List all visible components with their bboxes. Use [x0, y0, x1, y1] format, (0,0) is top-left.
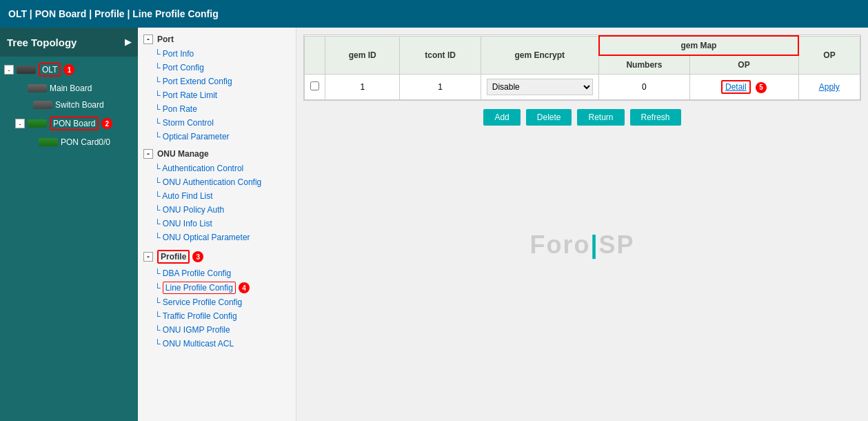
watermark-pipe: |	[590, 231, 598, 259]
gem-table: gem ID tcont ID gem Encrypt gem Map OP N…	[304, 35, 860, 100]
sidebar-content: - OLT 1 Main Board Switch	[0, 57, 138, 421]
pon-card-label: PON Card0/0	[61, 137, 110, 147]
return-button[interactable]: Return	[577, 109, 624, 126]
profile-section-label: Profile	[157, 250, 190, 264]
port-expand-icon[interactable]: -	[143, 35, 153, 44]
button-row: Add Delete Return Refresh	[303, 101, 861, 134]
tree-item-olt: - OLT 1	[0, 59, 138, 80]
apply-link[interactable]: Apply	[819, 82, 840, 92]
tree-item-pon-card: PON Card0/0	[0, 134, 138, 150]
olt-icon	[17, 66, 36, 74]
add-button[interactable]: Add	[483, 109, 520, 126]
row-numbers: 0	[599, 75, 689, 100]
header-tcont-id: tcont ID	[400, 36, 481, 75]
tree-node-pon-board[interactable]: - PON Board 2	[11, 115, 138, 133]
profile-expand-icon[interactable]: -	[143, 252, 153, 262]
nav-section-port: - Port └ Port Info └ Port Config └ Port …	[138, 32, 296, 144]
switch-board-label: Switch Board	[55, 100, 104, 110]
nav-item-port-info[interactable]: └ Port Info	[138, 47, 296, 61]
expand-pon-board[interactable]: -	[15, 119, 25, 128]
table-container: gem ID tcont ID gem Encrypt gem Map OP N…	[303, 35, 861, 101]
watermark-text-before: Foro	[529, 231, 590, 259]
sidebar-title-text: Tree Topology	[7, 37, 77, 48]
nav-section-profile: - Profile 3 └ DBA Profile Config └ Line …	[138, 247, 296, 351]
nav-item-auto-find-list[interactable]: └ Auto Find List	[138, 189, 296, 203]
tree-node-pon-card[interactable]: PON Card0/0	[22, 135, 138, 149]
nav-item-traffic-profile-config[interactable]: └ Traffic Profile Config	[138, 309, 296, 323]
row-gem-id: 1	[325, 75, 400, 100]
detail-link[interactable]: Detail	[721, 80, 751, 94]
nav-item-onu-multicast-acl[interactable]: └ ONU Multicast ACL	[138, 337, 296, 351]
row-gem-encrypt: Disable Enable	[481, 75, 599, 100]
watermark: Foro|SP	[529, 231, 634, 260]
gem-encrypt-select[interactable]: Disable Enable	[487, 79, 594, 95]
nav-item-optical-parameter[interactable]: └ Optical Parameter	[138, 130, 296, 144]
nav-item-onu-auth-config[interactable]: └ ONU Authentication Config	[138, 175, 296, 189]
nav-item-onu-optical-parameter[interactable]: └ ONU Optical Parameter	[138, 231, 296, 244]
row-op-detail: Detail 5	[689, 75, 798, 100]
nav-item-onu-igmp-profile[interactable]: └ ONU IGMP Profile	[138, 323, 296, 337]
profile-badge: 3	[192, 251, 203, 262]
port-section-label: Port	[157, 35, 174, 44]
content-area: gem ID tcont ID gem Encrypt gem Map OP N…	[296, 28, 868, 421]
tree-item-switch-board: Switch Board	[0, 97, 138, 113]
header-op-sub: OP	[689, 55, 798, 75]
sidebar: Tree Topology ▶ - OLT 1 Main Board	[0, 28, 138, 421]
tree-node-main-board[interactable]: Main Board	[11, 81, 138, 95]
switch-board-icon	[33, 101, 52, 109]
detail-badge: 5	[756, 82, 767, 93]
sidebar-title: Tree Topology ▶	[0, 28, 138, 57]
nav-section-port-header[interactable]: - Port	[138, 32, 296, 47]
delete-button[interactable]: Delete	[526, 109, 572, 126]
nav-section-profile-header[interactable]: - Profile 3	[138, 247, 296, 266]
refresh-button[interactable]: Refresh	[630, 109, 681, 126]
nav-item-service-profile-config[interactable]: └ Service Profile Config	[138, 295, 296, 309]
nav-item-pon-rate[interactable]: └ Pon Rate	[138, 102, 296, 116]
row-op-apply: Apply	[798, 75, 860, 100]
row-checkbox[interactable]	[310, 81, 319, 90]
nav-item-line-profile-config[interactable]: └ Line Profile Config4	[138, 280, 296, 295]
header-gem-encrypt: gem Encrypt	[481, 36, 599, 75]
nav-item-auth-control[interactable]: └ Authentication Control	[138, 161, 296, 175]
sidebar-collapse-arrow[interactable]: ▶	[125, 37, 131, 47]
header: OLT | PON Board | Profile | Line Profile…	[0, 0, 868, 28]
nav-item-port-config[interactable]: └ Port Config	[138, 61, 296, 75]
detail-anchor[interactable]: Detail	[725, 82, 747, 92]
watermark-text-after: SP	[599, 231, 635, 259]
olt-badge: 1	[63, 64, 74, 75]
nav-item-port-extend-config[interactable]: └ Port Extend Config	[138, 75, 296, 88]
line-profile-badge: 4	[239, 282, 250, 293]
tree-item-main-board: Main Board	[0, 80, 138, 97]
pon-board-icon	[28, 119, 47, 128]
tree-node-olt[interactable]: - OLT 1	[0, 61, 138, 79]
breadcrumb: OLT | PON Board | Profile | Line Profile…	[8, 8, 219, 19]
row-tcont-id: 1	[400, 75, 481, 100]
table-header-row-1: gem ID tcont ID gem Encrypt gem Map OP	[305, 36, 860, 55]
tree-item-pon-board: - PON Board 2	[0, 113, 138, 134]
onu-manage-section-label: ONU Manage	[157, 149, 209, 159]
pon-board-badge: 2	[101, 118, 112, 129]
header-gem-map: gem Map	[599, 36, 798, 55]
nav-item-dba-profile[interactable]: └ DBA Profile Config	[138, 266, 296, 280]
pon-card-icon	[39, 138, 58, 146]
row-checkbox-cell	[305, 75, 325, 100]
olt-label: OLT	[39, 63, 61, 77]
nav-section-onu-manage: - ONU Manage └ Authentication Control └ …	[138, 146, 296, 244]
nav-item-port-rate-limit[interactable]: └ Port Rate Limit	[138, 88, 296, 102]
nav-section-onu-manage-header[interactable]: - ONU Manage	[138, 146, 296, 161]
expand-olt[interactable]: -	[4, 65, 14, 75]
main-board-icon	[28, 84, 47, 92]
header-checkbox-cell	[305, 36, 325, 75]
header-op: OP	[798, 36, 860, 75]
nav-item-onu-info-list[interactable]: └ ONU Info List	[138, 217, 296, 231]
nav-item-storm-control[interactable]: └ Storm Control	[138, 116, 296, 130]
table-row: 1 1 Disable Enable 0 Detail	[305, 75, 860, 100]
line-profile-config-label: Line Profile Config	[163, 282, 236, 294]
middle-nav: - Port └ Port Info └ Port Config └ Port …	[138, 28, 296, 421]
nav-item-onu-policy-auth[interactable]: └ ONU Policy Auth	[138, 203, 296, 217]
tree-node-switch-board[interactable]: Switch Board	[17, 98, 138, 112]
header-gem-id: gem ID	[325, 36, 400, 75]
main-board-label: Main Board	[50, 84, 92, 93]
onu-manage-expand-icon[interactable]: -	[143, 149, 153, 159]
header-numbers: Numbers	[599, 55, 689, 75]
